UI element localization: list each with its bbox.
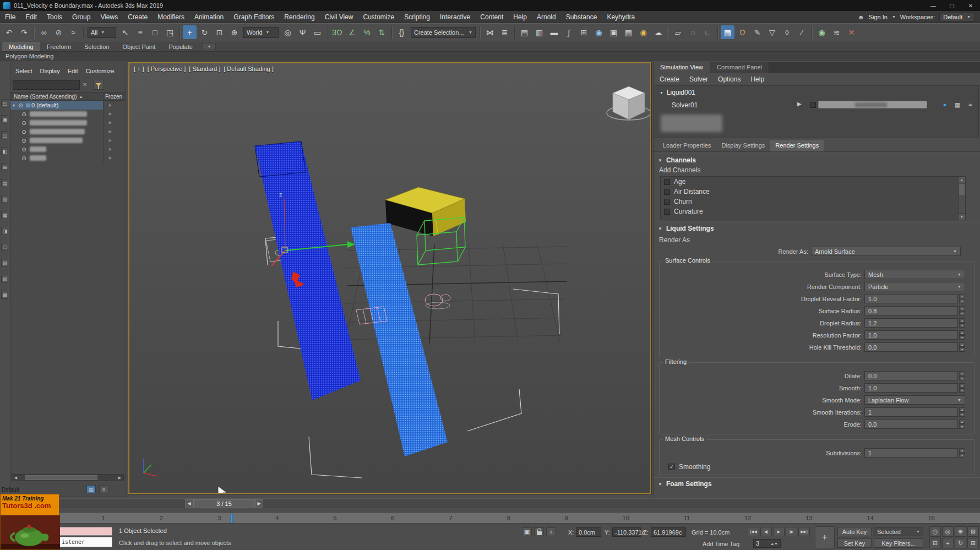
polygon-modeling-subtab[interactable]: Polygon Modeling <box>6 53 53 59</box>
previous-frame-button[interactable]: ◀| <box>760 527 772 536</box>
explorer-row[interactable]: ⊙ ∗ <box>10 110 125 118</box>
tree-row-solver[interactable]: Solver01 <box>672 101 698 109</box>
menu-item[interactable]: Animation <box>189 11 228 23</box>
simulation-menu-item[interactable]: Solver <box>684 75 713 83</box>
next-frame-button[interactable]: |▶ <box>786 527 797 536</box>
time-slider[interactable]: ◀ 3 / 15 ▶ <box>0 498 980 508</box>
viewport-layout-tab-icon[interactable]: ⊞ <box>1 163 9 171</box>
simulation-menu-item[interactable]: Create <box>655 75 684 83</box>
select-and-scale-icon[interactable]: ⊡ <box>213 25 226 39</box>
frozen-cell-icon[interactable]: ∗ <box>108 155 112 161</box>
channels-scrollbar[interactable]: ▲ ▼ <box>958 177 965 220</box>
curve-editor-icon[interactable]: ∫ <box>562 25 576 39</box>
spinner-icon[interactable]: ▲▼ <box>767 542 778 546</box>
render-in-cloud-icon[interactable]: ☁ <box>651 25 665 39</box>
menu-item[interactable]: Modifiers <box>153 11 189 23</box>
explorer-row[interactable]: ⊙ ∗ <box>10 118 125 127</box>
viewport-layout-tab-icon[interactable]: ▦ <box>1 211 9 219</box>
material-editor-icon[interactable]: ◉ <box>592 25 606 39</box>
viewport-layout-tab-icon[interactable]: ▩ <box>1 291 9 299</box>
emitter-box[interactable] <box>385 187 466 236</box>
menu-item[interactable]: Arnold <box>532 11 561 23</box>
setting-dropdown[interactable]: Mesh▼ <box>864 270 965 279</box>
close-button[interactable]: ✕ <box>961 0 980 11</box>
frozen-cell-icon[interactable]: ∗ <box>108 146 112 152</box>
scroll-right-icon[interactable]: ▶ <box>116 476 123 480</box>
frozen-cell-icon[interactable]: ∗ <box>108 102 112 108</box>
viewport-layout-tab-icon[interactable]: ▣ <box>1 115 9 123</box>
visibility-eye-icon[interactable]: ⊙ <box>17 102 24 108</box>
menu-item[interactable]: Scripting <box>399 11 435 23</box>
explorer-menu-item[interactable]: Display <box>36 67 64 75</box>
paint-selection-tool-icon[interactable]: ◌ <box>686 25 700 39</box>
setting-value-field[interactable]: 0.8 <box>864 306 958 315</box>
visibility-eye-icon[interactable]: ⊙ <box>20 138 28 144</box>
named-selection-sets-dropdown[interactable]: Create Selection Se▼ <box>411 27 476 38</box>
expand-arrow-icon[interactable]: ▼ <box>10 104 17 107</box>
explorer-row[interactable]: ⊙ ∗ <box>10 145 125 154</box>
foam-settings-rollout-header[interactable]: ▼ Foam Settings <box>654 477 980 489</box>
scrollbar-thumb[interactable] <box>25 475 97 480</box>
explorer-menu-item[interactable]: Edit <box>64 67 82 75</box>
spinner-buttons[interactable]: ▲▼ <box>959 420 965 429</box>
sign-in-button[interactable]: Sign In <box>869 14 888 20</box>
align-icon[interactable]: ≣ <box>498 25 511 39</box>
viewport-layout-tab-icon[interactable]: ▨ <box>1 275 9 283</box>
select-by-name-icon[interactable]: ≡ <box>133 25 147 39</box>
setting-value-field[interactable]: 1.0 <box>864 294 958 303</box>
time-slider-value[interactable]: 3 / 15 <box>193 499 255 508</box>
transform-type-in-toggle-icon[interactable]: + <box>546 527 556 536</box>
menu-item[interactable]: Content <box>475 11 508 23</box>
maximize-viewport-toggle-icon[interactable]: ⊞ <box>967 538 979 548</box>
zoom-all-icon[interactable]: ⊕ <box>955 526 966 537</box>
redo-icon[interactable]: ↷ <box>17 25 31 39</box>
toggle-scene-explorer-icon[interactable]: ▤ <box>518 25 531 39</box>
use-pivot-point-center-icon[interactable]: ◎ <box>281 25 295 39</box>
frozen-cell-icon[interactable]: ∗ <box>108 120 112 126</box>
dock-tab[interactable]: Command Panel <box>710 62 769 73</box>
lasso-tool-icon[interactable]: ◊ <box>780 25 794 39</box>
name-column-header[interactable]: Name (Sorted Ascending) <box>10 94 77 100</box>
viewport-layout-tab-icon[interactable]: ◰ <box>1 99 9 107</box>
spinner-buttons[interactable]: ▲▼ <box>959 371 965 380</box>
menu-item[interactable]: Interactive <box>435 11 475 23</box>
explorer-menu-item[interactable]: Select <box>12 67 36 75</box>
channel-checkbox[interactable] <box>664 179 670 185</box>
window-crossing-toggle-icon[interactable]: ◳ <box>163 25 177 39</box>
explorer-row[interactable]: ▼ ⊙ ▤ 0 (default) ∗ <box>10 101 125 110</box>
bind-to-space-warp-icon[interactable]: ≈ <box>67 25 80 39</box>
setting-value-field[interactable]: 1.0 <box>864 383 958 393</box>
toggle-layer-explorer-icon[interactable]: ▥ <box>532 25 546 39</box>
toggle-ribbon-icon[interactable]: ▬ <box>547 25 561 39</box>
y-coordinate-field[interactable]: -110.3371c <box>612 527 641 537</box>
percent-snap-toggle-icon[interactable]: % <box>360 25 374 39</box>
property-tab[interactable]: Loader Properties <box>658 140 716 151</box>
solver-graph-icon[interactable]: ▦ <box>953 100 962 109</box>
x-coordinate-field[interactable]: 0.0cm <box>576 527 601 537</box>
time-configuration-icon[interactable]: ◷ <box>929 526 941 537</box>
undo-icon[interactable]: ↶ <box>2 25 16 39</box>
minimize-button[interactable]: — <box>924 0 943 11</box>
scroll-up-icon[interactable]: ▲ <box>959 177 965 183</box>
channel-list-item[interactable]: Age <box>661 177 957 187</box>
channel-list-item[interactable]: Churn <box>661 197 957 206</box>
visibility-eye-icon[interactable]: ⊙ <box>20 129 28 135</box>
setting-value-field[interactable]: 1 <box>864 407 958 417</box>
solver-enable-checkbox[interactable] <box>810 102 816 108</box>
select-and-move-icon[interactable]: + <box>183 25 197 39</box>
view-cube[interactable] <box>607 86 650 120</box>
setting-dropdown[interactable]: Particle▼ <box>864 282 965 291</box>
expand-arrow-icon[interactable]: ▼ <box>660 91 663 95</box>
tree-row-liquid[interactable]: ▼ Liquid001 <box>660 89 695 96</box>
viewport-layout-tab-icon[interactable]: ◫ <box>1 131 9 139</box>
spinner-buttons[interactable]: ▲▼ <box>959 294 965 303</box>
schematic-view-icon[interactable]: ⊞ <box>577 25 591 39</box>
close-tool-icon[interactable]: ✕ <box>845 25 858 39</box>
angle-snap-toggle-icon[interactable]: ∠ <box>345 25 359 39</box>
chevron-down-icon[interactable]: ▼ <box>892 15 896 19</box>
spinner-snap-toggle-icon[interactable]: ⇅ <box>375 25 389 39</box>
menu-item[interactable]: Group <box>67 11 95 23</box>
orbit-icon[interactable]: ↻ <box>955 538 966 548</box>
viewport-layout-tab-icon[interactable]: ▧ <box>1 259 9 267</box>
viewport-layout-tab-icon[interactable]: □ <box>1 243 9 251</box>
